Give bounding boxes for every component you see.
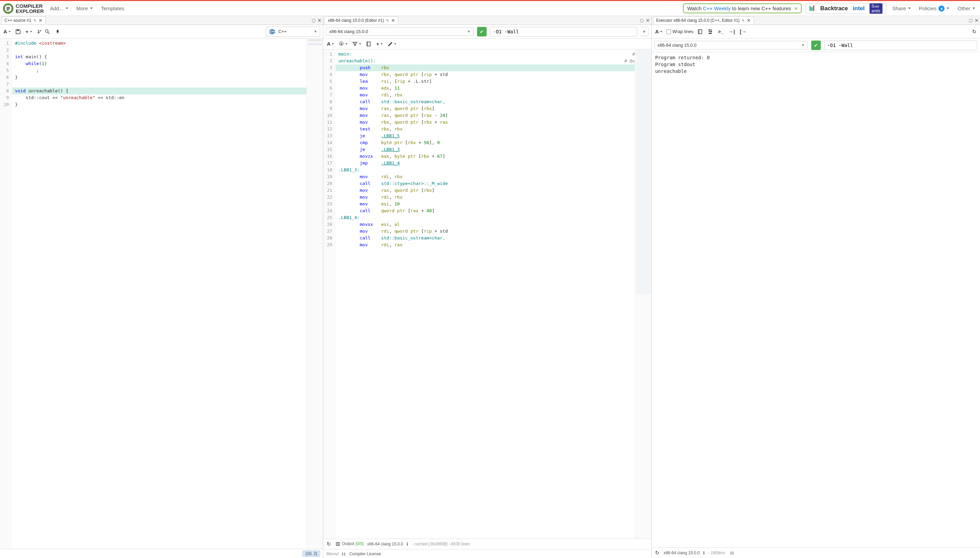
save-button[interactable] (15, 28, 21, 35)
close-icon[interactable]: ✕ (391, 18, 395, 23)
banner-close[interactable]: × (794, 5, 797, 11)
svg-point-28 (711, 31, 712, 32)
pencil-icon[interactable]: ✎ (33, 18, 36, 23)
language-select[interactable]: C++ C++ ▼ (266, 26, 320, 37)
vim-button[interactable]: 𝓥 (36, 28, 41, 35)
svg-rect-9 (811, 7, 812, 11)
asm-code-area[interactable]: 1234567891011121314151617181920212223242… (323, 49, 651, 538)
asm-gutter: 1234567891011121314151617181920212223242… (323, 49, 336, 538)
status-compiler-name: x86-64 clang 15.0.0 (367, 542, 403, 547)
wrap-lines-toggle[interactable]: Wrap lines (666, 29, 693, 34)
font-button[interactable]: A (3, 28, 11, 35)
stdin-button[interactable]: →| (728, 28, 736, 35)
license-link[interactable]: Compiler License (349, 551, 381, 556)
pin-button[interactable] (54, 28, 61, 35)
compilation-button[interactable] (707, 28, 714, 35)
editor-lines[interactable]: #include <iostream>int main() { while(1)… (12, 38, 306, 549)
compiler-status-bar-2: filtered ⫿⫿ Compiler License (323, 549, 651, 558)
libraries-button[interactable] (697, 28, 703, 35)
editor-tab[interactable]: C++ source #1 ✎ ✕ (2, 16, 46, 24)
policies-badge-icon: ▲ (939, 5, 945, 11)
columns-icon[interactable]: ⫿⫿ (730, 550, 734, 555)
banner[interactable]: Watch C++ Weekly to learn new C++ featur… (683, 3, 801, 13)
info-icon[interactable]: ℹ (703, 550, 705, 555)
compiler-status-bar-1: ↻ Output (0/0) x86-64 clang 15.0.0 ℹ - c… (323, 538, 651, 549)
refresh-button[interactable]: ↻ (326, 540, 332, 548)
executor-compiler-label: x86-64 clang 15.0.0 (657, 43, 696, 48)
executor-toolbar-1: A Wrap lines >_ →| [→ ↻ (652, 25, 980, 38)
sponsor-solidsands: Solidands (870, 3, 883, 14)
tools-button[interactable] (387, 41, 397, 48)
executor-options-input[interactable] (824, 41, 977, 50)
close-panel-icon[interactable]: ✕ (646, 18, 650, 23)
refresh-button[interactable]: ↻ (654, 549, 660, 556)
nav-templates[interactable]: Templates (99, 4, 126, 13)
search-button[interactable] (44, 28, 51, 35)
svg-rect-3 (4, 7, 5, 9)
maximize-icon[interactable]: ▢ (312, 18, 315, 23)
executor-status-bar: ↻ x86-64 clang 15.0.0 ℹ - 1858ms ⫿⫿ (652, 547, 980, 558)
arguments-button[interactable]: >_ (717, 28, 724, 35)
add-view-button[interactable]: + (25, 28, 33, 35)
editor-panel: C++ source #1 ✎ ✕ ▢ ✕ A + 𝓥 C++ C++ ▼ (0, 16, 323, 558)
exec-status-ok-icon[interactable]: ✔ (811, 41, 821, 50)
executor-compiler-select[interactable]: x86-64 clang 15.0.0 ▼ (654, 41, 807, 49)
info-icon[interactable]: ℹ (407, 542, 408, 547)
pencil-icon[interactable]: ✎ (742, 18, 745, 23)
settings-button[interactable] (338, 41, 348, 48)
font-button[interactable]: A (654, 28, 663, 35)
logo-text-top: COMPILER (16, 3, 44, 8)
export-button[interactable]: [→ (739, 28, 748, 35)
asm-lines[interactable]: main:#unreachable():# @u push rbx mov rb… (336, 49, 635, 538)
nav-policies[interactable]: Policies▲ (917, 4, 952, 13)
maximize-icon[interactable]: ▢ (640, 18, 644, 23)
libraries-button[interactable] (365, 41, 372, 48)
close-panel-icon[interactable]: ✕ (975, 18, 978, 23)
close-icon[interactable]: ✕ (38, 18, 43, 23)
exec-status-time: - 1858ms (708, 550, 725, 555)
close-icon[interactable]: ✕ (747, 18, 751, 23)
sponsor-backtrace: Backtrace (820, 5, 848, 12)
gear-icon (339, 41, 344, 47)
compiler-tab[interactable]: x86-64 clang 15.0.0 (Editor #1) ✎ ✕ (324, 16, 398, 24)
nav-more[interactable]: More (74, 4, 95, 13)
maximize-icon[interactable]: ▢ (969, 18, 972, 23)
font-button[interactable]: A (326, 40, 334, 48)
pencil-icon[interactable]: ✎ (386, 18, 389, 23)
compile-status-ok-icon[interactable]: ✔ (477, 27, 487, 36)
svg-rect-7 (7, 10, 8, 10)
refresh-button[interactable]: ↻ (972, 28, 977, 35)
logo-text-bot: EXPLORER (16, 8, 44, 14)
filter-button[interactable] (352, 41, 362, 48)
columns-icon[interactable]: ⫿⫿ (342, 551, 346, 556)
sliders-icon (708, 29, 713, 34)
executor-tab[interactable]: Executor x86-64 clang 15.0.0 (C++, Edito… (653, 16, 754, 24)
filter-icon (352, 41, 358, 47)
status-cache-info: - cached (382866B) ~6530 lines (412, 542, 469, 547)
compiler-panel: x86-64 clang 15.0.0 (Editor #1) ✎ ✕ ▢ ✕ … (323, 16, 652, 558)
editor-code-area[interactable]: 12345678910 #include <iostream>int main(… (0, 38, 323, 549)
book-icon (366, 41, 371, 47)
executor-output[interactable]: Program returned: 0Program stdoutunreach… (652, 52, 980, 547)
compiler-select[interactable]: x86-64 clang 15.0.0 ▼ (326, 27, 473, 36)
asm-minimap[interactable] (635, 49, 651, 538)
editor-minimap[interactable] (306, 38, 323, 549)
editor-tab-label: C++ source #1 (5, 18, 31, 23)
workspace: C++ source #1 ✎ ✕ ▢ ✕ A + 𝓥 C++ C++ ▼ (0, 16, 980, 558)
svg-rect-21 (336, 545, 340, 546)
output-toggle[interactable]: Output (0/0) (335, 541, 364, 547)
nav-add[interactable]: Add... (48, 4, 70, 13)
executor-panel: Executor x86-64 clang 15.0.0 (C++, Edito… (652, 16, 980, 558)
nav-other[interactable]: Other (955, 4, 977, 13)
checkbox-icon (666, 29, 671, 34)
compiler-tab-label: x86-64 clang 15.0.0 (Editor #1) (328, 18, 384, 23)
logo[interactable]: COMPILER EXPLORER (3, 3, 44, 14)
sponsors[interactable]: Backtrace intel Solidands (806, 3, 886, 14)
add-view-button[interactable]: + (376, 40, 383, 48)
close-panel-icon[interactable]: ✕ (318, 18, 321, 23)
svg-point-16 (341, 43, 342, 44)
editor-toolbar: A + 𝓥 C++ C++ ▼ (0, 25, 323, 38)
nav-share[interactable]: Share (890, 4, 913, 13)
compiler-options-caret[interactable]: ▾ (641, 27, 649, 36)
compiler-options-input[interactable] (490, 27, 637, 36)
